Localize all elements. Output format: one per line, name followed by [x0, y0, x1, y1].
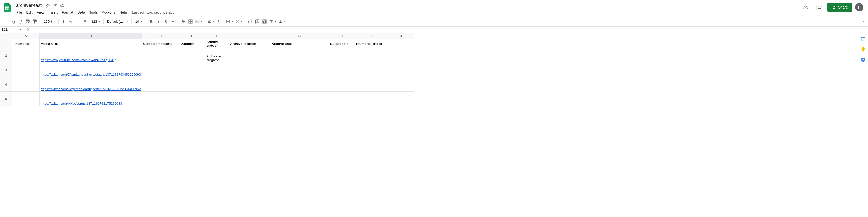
cell[interactable] — [354, 48, 389, 63]
cell[interactable]: Archive status — [205, 39, 229, 48]
last-edit-link[interactable]: Last edit was seconds ago — [132, 10, 175, 14]
cell[interactable] — [354, 77, 389, 92]
wrap-icon[interactable] — [225, 18, 231, 25]
row-header[interactable]: 5 — [0, 92, 12, 106]
cell[interactable]: Thumbnail — [12, 39, 40, 48]
bold-icon[interactable]: B — [148, 18, 155, 25]
zoom-dropdown[interactable]: 100%▼ — [42, 18, 57, 25]
cell[interactable] — [354, 63, 389, 77]
column-header-E[interactable]: E — [205, 33, 229, 39]
functions-icon[interactable]: Σ — [278, 18, 283, 25]
cell-link[interactable]: https://twitter.com/HegemanMarthijn/stat… — [41, 87, 141, 91]
filter-dropdown[interactable]: ▼ — [274, 18, 277, 25]
share-button[interactable]: Share — [827, 3, 852, 12]
cell[interactable] — [389, 77, 414, 92]
menu-tools[interactable]: Tools — [88, 9, 100, 15]
cell[interactable] — [389, 39, 414, 48]
cell[interactable] — [329, 77, 354, 92]
cell[interactable] — [142, 92, 179, 106]
cell[interactable]: Duration — [179, 39, 205, 48]
cell[interactable] — [12, 92, 40, 106]
spreadsheet-grid[interactable]: ABCDEFGHIJ 1ThumbnailMedia URLUpload tim… — [0, 33, 858, 217]
cell[interactable] — [271, 63, 329, 77]
column-header-D[interactable]: D — [179, 33, 205, 39]
row-header[interactable]: 3 — [0, 63, 12, 77]
row-header[interactable]: 4 — [0, 77, 12, 92]
v-align-dropdown[interactable]: ▼ — [221, 18, 225, 25]
name-box[interactable]: B21▼ — [0, 27, 23, 33]
cell[interactable] — [179, 92, 205, 106]
chart-icon[interactable] — [261, 18, 268, 25]
h-align-icon[interactable] — [207, 18, 212, 25]
increase-decimal-icon[interactable]: .00 — [82, 18, 89, 25]
cell[interactable] — [205, 63, 229, 77]
borders-icon[interactable] — [187, 18, 194, 25]
move-icon[interactable] — [53, 3, 58, 8]
cell[interactable] — [179, 63, 205, 77]
cell[interactable] — [142, 63, 179, 77]
v-align-icon[interactable] — [216, 18, 221, 25]
menu-format[interactable]: Format — [60, 9, 75, 15]
link-icon[interactable] — [247, 18, 253, 25]
cell[interactable] — [205, 77, 229, 92]
cell[interactable]: Upload timestamp — [142, 39, 179, 48]
currency-icon[interactable]: $ — [60, 18, 67, 25]
cell[interactable] — [12, 63, 40, 77]
calendar-icon[interactable]: 31 — [861, 36, 866, 42]
formula-input[interactable] — [33, 27, 868, 33]
star-icon[interactable] — [45, 3, 51, 8]
cell[interactable] — [142, 77, 179, 92]
tasks-icon[interactable] — [861, 57, 866, 62]
more-formats-dropdown[interactable]: 123▼ — [89, 18, 102, 25]
paint-format-icon[interactable] — [32, 18, 38, 25]
cell[interactable]: Archive location — [229, 39, 271, 48]
undo-icon[interactable] — [10, 18, 17, 25]
cell[interactable]: Media URL — [40, 39, 142, 48]
collapse-toolbar-icon[interactable] — [859, 18, 866, 25]
cell[interactable] — [389, 92, 414, 106]
cell[interactable] — [12, 77, 40, 92]
cell[interactable] — [229, 63, 271, 77]
column-header-H[interactable]: H — [329, 33, 354, 39]
column-header-A[interactable]: A — [12, 33, 40, 39]
account-avatar[interactable]: L — [855, 3, 863, 11]
italic-icon[interactable]: I — [155, 18, 162, 25]
filter-icon[interactable] — [268, 18, 274, 25]
comments-icon[interactable] — [814, 2, 824, 12]
cell-link[interactable]: https://twitter.com/IkNet/status/1371162… — [41, 102, 122, 105]
menu-edit[interactable]: Edit — [25, 9, 34, 15]
cell[interactable] — [229, 77, 271, 92]
column-header-J[interactable]: J — [389, 33, 414, 39]
percent-icon[interactable]: % — [67, 18, 74, 25]
cell[interactable] — [179, 48, 205, 63]
cell[interactable]: Upload title — [329, 39, 354, 48]
font-size-dropdown[interactable]: 10▼ — [133, 18, 145, 25]
cell[interactable] — [229, 48, 271, 63]
cell-link[interactable]: https://www.youtube.com/watch?v=abRPaXgJ… — [41, 58, 117, 62]
comment-icon[interactable] — [254, 18, 260, 25]
merge-dropdown[interactable]: ▼ — [200, 18, 203, 25]
cell[interactable]: https://www.youtube.com/watch?v=abRPaXgJ… — [40, 48, 142, 63]
h-align-dropdown[interactable]: ▼ — [212, 18, 215, 25]
cloud-status-icon[interactable] — [60, 3, 65, 8]
font-dropdown[interactable]: Default (Ari...▼ — [105, 18, 130, 25]
rotate-icon[interactable] — [235, 18, 240, 25]
select-all-corner[interactable] — [0, 33, 12, 39]
cell[interactable]: https://twitter.com/HegemanMarthijn/stat… — [40, 77, 142, 92]
column-header-I[interactable]: I — [354, 33, 389, 39]
fill-color-icon[interactable] — [180, 18, 187, 25]
cell[interactable] — [142, 48, 179, 63]
menu-file[interactable]: File — [14, 9, 24, 15]
column-header-F[interactable]: F — [229, 33, 271, 39]
cell[interactable] — [12, 48, 40, 63]
cell-link[interactable]: https://twitter.com/DVanLangenhove/statu… — [41, 73, 141, 76]
column-header-C[interactable]: C — [142, 33, 179, 39]
cell[interactable]: Archive date — [271, 39, 329, 48]
redo-icon[interactable] — [17, 18, 24, 25]
decrease-decimal-icon[interactable]: .0 — [75, 18, 82, 25]
cell[interactable] — [229, 92, 271, 106]
functions-dropdown[interactable]: ▼ — [283, 18, 286, 25]
cell[interactable] — [329, 63, 354, 77]
keep-icon[interactable] — [861, 47, 866, 52]
strikethrough-icon[interactable]: S — [162, 18, 169, 25]
